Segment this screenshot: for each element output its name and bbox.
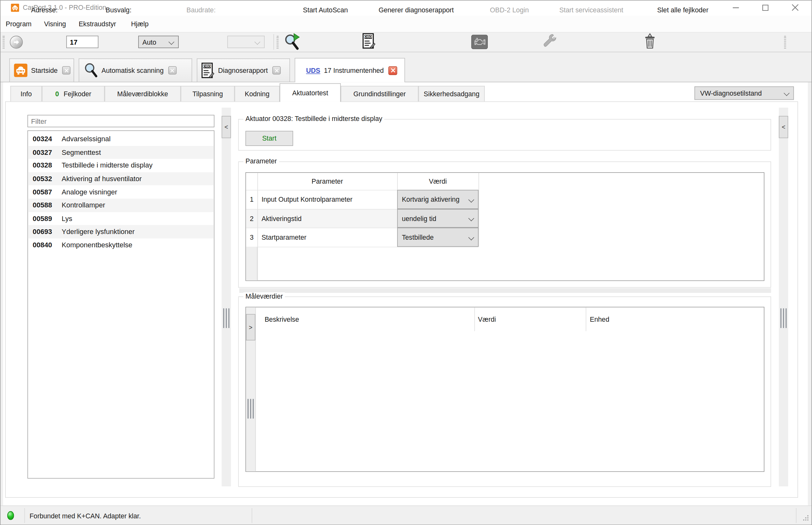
subtab-kodning[interactable]: Kodning xyxy=(234,86,279,101)
filter-input[interactable] xyxy=(28,115,215,127)
subtab-label: Kodning xyxy=(245,90,270,98)
chevron-down-icon xyxy=(468,197,474,202)
right-splitter-strip[interactable] xyxy=(779,108,788,486)
parameter-value-combobox[interactable]: uendelig tid xyxy=(397,209,479,228)
status-separator xyxy=(252,508,252,523)
actuator-code: 00588 xyxy=(33,201,62,209)
close-tab-icon[interactable] xyxy=(389,66,397,75)
autoscan-magnifier-icon xyxy=(284,33,300,52)
actuator-name: Komponentbeskyttelse xyxy=(61,241,132,249)
subtab-maalevaerdiblokke[interactable]: Måleværdiblokke xyxy=(105,86,181,101)
address-input[interactable] xyxy=(66,36,98,48)
vertical-splitter-handle[interactable] xyxy=(248,399,254,419)
vertical-splitter-handle[interactable] xyxy=(780,309,787,328)
list-item[interactable]: 00587 Analoge visninger xyxy=(28,185,214,199)
toolbar-grip[interactable] xyxy=(784,36,786,49)
actuator-name: Advarselssignal xyxy=(61,135,110,143)
list-item[interactable]: 00328 Testbillede i midterste display xyxy=(28,159,214,172)
toolbar-grip[interactable] xyxy=(2,36,5,49)
actuator-listbox[interactable]: 00324 Advarselssignal 00327 Segmenttest … xyxy=(28,131,215,479)
svg-text:OBD: OBD xyxy=(364,35,372,39)
resize-grip-icon[interactable] xyxy=(801,514,810,523)
expand-measure-panel-button[interactable]: > xyxy=(246,314,255,340)
clear-faults-button[interactable]: Slet alle fejlkoder xyxy=(657,0,708,20)
list-item[interactable]: 00589 Lys xyxy=(28,212,214,225)
engine-icon xyxy=(471,34,488,51)
left-splitter-strip[interactable] xyxy=(221,108,231,486)
tab-startside[interactable]: Startside xyxy=(9,59,74,82)
list-item[interactable]: 00588 Kontrollamper xyxy=(28,198,214,212)
actuator-name: Lys xyxy=(61,215,72,223)
subtab-aktuatortest[interactable]: Aktuatortest xyxy=(279,83,341,102)
list-item[interactable]: 00693 Yderligere lysfunktioner xyxy=(28,225,214,238)
start-actuator-button[interactable]: Start xyxy=(245,131,293,146)
maximize-button[interactable] xyxy=(753,0,777,15)
status-message: Forbundet med K+CAN. Adapter klar. xyxy=(29,506,141,525)
bus-combobox-value: Auto xyxy=(142,38,156,46)
tab-label: Startside xyxy=(31,66,58,74)
parameter-value-combobox[interactable]: Kortvarig aktivering xyxy=(397,190,479,209)
baudrate-combobox xyxy=(227,36,265,48)
subtab-fejlkoder[interactable]: 0 Fejlkoder xyxy=(42,86,105,101)
diagnostic-mode-value: VW-diagnosetilstand xyxy=(700,89,762,97)
generate-report-button[interactable]: Generer diagnoserapport xyxy=(378,0,453,20)
close-tab-icon[interactable] xyxy=(62,66,71,74)
obd2-login-button: OBD-2 Login xyxy=(490,0,529,20)
row-header-strip xyxy=(246,247,257,280)
start-autoscan-button[interactable]: Start AutoScan xyxy=(303,0,348,20)
wrench-icon xyxy=(542,33,557,51)
subtab-sikkerhedsadgang[interactable]: Sikkerhedsadgang xyxy=(418,86,484,101)
vertical-splitter-handle[interactable] xyxy=(223,309,230,328)
close-tab-icon[interactable] xyxy=(273,66,281,74)
bus-combobox[interactable]: Auto xyxy=(138,36,178,48)
diagnostic-mode-combobox[interactable]: VW-diagnosetilstand xyxy=(694,87,794,100)
status-separator xyxy=(25,508,25,523)
tab-diagnoserapport[interactable]: OBD Diagnoserapport xyxy=(197,59,290,82)
parameter-name-cell: Input Output Kontrolparameter xyxy=(261,190,352,209)
combobox-value: uendelig tid xyxy=(402,214,436,222)
subtab-label: Tilpasning xyxy=(192,90,223,98)
chevron-down-icon xyxy=(468,215,474,221)
actuator-code: 00327 xyxy=(33,149,62,156)
menu-program[interactable]: Program xyxy=(6,16,31,32)
status-bar: Forbundet med K+CAN. Adapter klar. xyxy=(0,505,812,525)
tab-label: Diagnoserapport xyxy=(218,66,268,74)
subtab-grundindstillinger[interactable]: Grundindstillinger xyxy=(341,86,418,101)
parameter-value-combobox[interactable]: Testbillede xyxy=(397,228,479,247)
actuator-groupbox: Aktuator 00328: Testbillede i midterste … xyxy=(238,119,771,151)
trash-icon xyxy=(644,33,656,51)
parameter-name-cell: Startparameter xyxy=(261,228,306,247)
collapse-right-panel-button[interactable]: < xyxy=(779,116,788,138)
close-tab-icon[interactable] xyxy=(168,66,176,74)
list-item[interactable]: 00532 Aktivering af husventilator xyxy=(28,172,214,185)
actuator-code: 00328 xyxy=(33,162,62,170)
list-item[interactable]: 00840 Komponentbeskyttelse xyxy=(28,238,214,252)
go-address-button[interactable] xyxy=(10,36,23,49)
actuator-name: Segmenttest xyxy=(61,149,101,156)
horizontal-splitter[interactable] xyxy=(239,288,771,293)
close-window-button[interactable] xyxy=(783,0,807,15)
list-item[interactable]: 00327 Segmenttest xyxy=(28,146,214,159)
column-header-description: Beskrivelse xyxy=(265,308,299,331)
chevron-down-icon xyxy=(255,39,260,45)
minimize-button[interactable] xyxy=(724,0,748,15)
obd-report-icon: OBD xyxy=(202,62,215,78)
tab-uds-17-instrumentenhed[interactable]: UDS 17 Instrumentenhed xyxy=(295,58,405,82)
tab-automatisk-scanning[interactable]: Automatisk scanning xyxy=(78,59,192,82)
subtab-label: Info xyxy=(20,90,32,98)
measure-table: Beskrivelse Værdi Enhed xyxy=(245,307,764,472)
toolbar-grip[interactable] xyxy=(277,36,279,49)
subtab-label: Fejlkoder xyxy=(64,90,91,98)
subtab-label: Måleværdiblokke xyxy=(117,90,168,98)
subtab-info[interactable]: Info xyxy=(11,86,42,101)
combobox-value: Testbillede xyxy=(402,234,434,241)
actuator-code: 00324 xyxy=(33,135,62,143)
parameter-groupbox-title: Parameter xyxy=(243,158,279,165)
menu-hjaelp[interactable]: Hjælp xyxy=(131,16,149,32)
collapse-left-panel-button[interactable]: < xyxy=(221,116,231,138)
subtab-tilpasning[interactable]: Tilpasning xyxy=(181,86,234,101)
list-item[interactable]: 00324 Advarselssignal xyxy=(28,132,214,146)
actuator-groupbox-title: Aktuator 00328: Testbillede i midterste … xyxy=(243,115,385,123)
fault-count-badge: 0 xyxy=(55,90,59,98)
actuator-name: Yderligere lysfunktioner xyxy=(61,228,135,236)
